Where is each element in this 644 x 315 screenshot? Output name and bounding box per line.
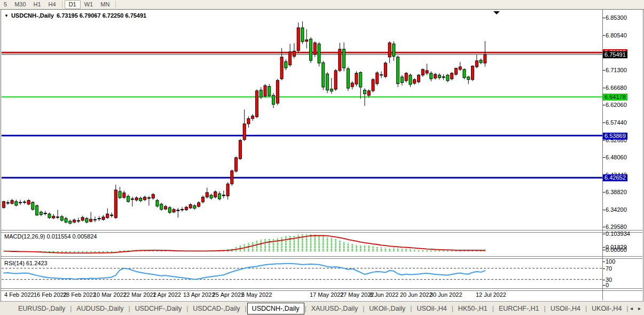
candle: [189, 203, 192, 209]
candle: [102, 215, 105, 221]
candle: [351, 81, 354, 89]
candle: [480, 58, 482, 64]
date-axis-tick: 12 Jul 2022: [476, 291, 506, 298]
candle: [451, 72, 453, 80]
tab-scroll-left-icon[interactable]: ◂: [630, 305, 633, 311]
candle: [56, 210, 59, 219]
tab-scroll-right-icon[interactable]: ▸: [638, 305, 641, 311]
timeframe-button-5[interactable]: 5: [0, 1, 11, 9]
tab-separator: |: [585, 305, 587, 312]
price-axis-tick: 6.66680: [606, 84, 627, 91]
candle: [430, 71, 433, 81]
candlestick-chart[interactable]: [2, 11, 602, 231]
tab-usdcad-daily[interactable]: USDCAD-,Daily: [189, 303, 244, 314]
price-axis-tick: 6.62060: [606, 102, 627, 109]
tab-audusd-daily[interactable]: AUDUSD-,Daily: [72, 303, 128, 314]
timeframe-button-d1[interactable]: D1: [65, 0, 81, 9]
symbol-tabbar: EURUSD-,Daily|AUDUSD-,Daily|USDCHF-,Dail…: [0, 301, 644, 315]
candle: [359, 71, 362, 98]
rsi-indicator-chart[interactable]: [2, 258, 602, 288]
candle: [90, 212, 92, 223]
candle: [44, 211, 47, 215]
candle: [313, 41, 316, 57]
candle: [27, 199, 30, 205]
timeframe-toolbar: 5M30H1H4D1W1MN: [0, 0, 644, 10]
candle: [135, 196, 138, 202]
candle: [147, 196, 151, 205]
date-axis-tick: 1 Apr 2022: [153, 291, 181, 298]
candle: [218, 191, 221, 201]
price-axis-tick: 6.34200: [606, 206, 627, 213]
candle: [11, 199, 13, 205]
candle: [243, 110, 246, 141]
timeframe-button-h1[interactable]: H1: [30, 1, 45, 9]
candle: [330, 78, 333, 94]
candle: [15, 199, 18, 206]
candle: [301, 21, 304, 44]
candle: [438, 73, 441, 80]
tab-separator: |: [363, 305, 364, 312]
date-axis[interactable]: 4 Feb 202216 Feb 202228 Feb 202210 Mar 2…: [2, 290, 602, 299]
candle: [32, 201, 34, 211]
candle: [198, 201, 200, 208]
tab-usoil-h4[interactable]: USOil-,H4: [546, 303, 585, 314]
candle: [131, 197, 134, 206]
candle: [392, 41, 395, 60]
timeframe-button-m30[interactable]: M30: [11, 1, 29, 9]
candle: [247, 117, 250, 128]
candle: [98, 216, 101, 221]
candle: [459, 62, 461, 71]
tab-separator: |: [305, 305, 307, 312]
candle: [442, 74, 445, 80]
candle: [6, 201, 10, 205]
candle: [3, 201, 5, 209]
candle: [264, 84, 266, 97]
candle: [139, 197, 142, 203]
date-axis-tick: 17 May 2022: [310, 291, 344, 298]
tab-eurchf-h1[interactable]: EURCHF-,H1: [494, 303, 544, 314]
candle: [185, 206, 187, 211]
tab-eurusd-daily[interactable]: EURUSD-,Daily: [14, 303, 69, 314]
timeframe-button-w1[interactable]: W1: [81, 1, 97, 9]
candle: [289, 44, 292, 67]
candle: [239, 139, 241, 160]
candle: [260, 87, 262, 99]
tab-separator: |: [129, 305, 130, 312]
date-axis-tick: 8 Jun 2022: [370, 291, 398, 298]
tab-usdchf-daily[interactable]: USDCHF-,Daily: [131, 303, 186, 314]
toolbar-separator: [62, 1, 62, 8]
candle: [214, 190, 217, 198]
candle: [69, 220, 72, 225]
indicator-axis-tick: 0: [606, 282, 609, 289]
candle: [144, 196, 146, 202]
tab-usoil-h4[interactable]: USOil-,H4: [412, 303, 451, 314]
price-axis[interactable]: 6.853006.805406.713006.666806.620606.574…: [603, 10, 643, 300]
tab-xauusd-daily[interactable]: XAUUSD-,Daily: [307, 303, 363, 314]
date-axis-tick: 20 Jun 2022: [400, 291, 433, 298]
candle: [285, 59, 287, 70]
price-axis-tick: 6.80540: [606, 32, 627, 39]
tab-separator: |: [452, 305, 453, 312]
candle: [397, 56, 399, 87]
tab-ukoil-daily[interactable]: UKOil-,Daily: [365, 303, 410, 314]
tab-hk50-h1[interactable]: HK50-,H1: [454, 303, 492, 314]
date-axis-tick: 22 Mar 2022: [123, 291, 156, 298]
candle: [305, 29, 308, 49]
candle: [463, 68, 466, 79]
price-level-label: 6.75491: [603, 51, 627, 58]
tab-ukoil-h4[interactable]: UKOil-,H4: [587, 303, 626, 314]
timeframe-button-h4[interactable]: H4: [45, 1, 60, 9]
candle: [355, 71, 358, 86]
candle: [73, 218, 76, 223]
tab-usdcnh-daily[interactable]: USDCNH-,Daily: [247, 303, 304, 314]
tab-separator: |: [245, 305, 246, 312]
candle: [93, 217, 97, 222]
candle: [388, 41, 391, 63]
candle: [376, 71, 379, 86]
candle: [268, 84, 271, 97]
tab-separator: |: [544, 305, 546, 312]
candle: [85, 217, 88, 224]
tab-separator: |: [186, 305, 188, 312]
timeframe-button-mn[interactable]: MN: [97, 1, 113, 9]
candle: [472, 65, 474, 81]
